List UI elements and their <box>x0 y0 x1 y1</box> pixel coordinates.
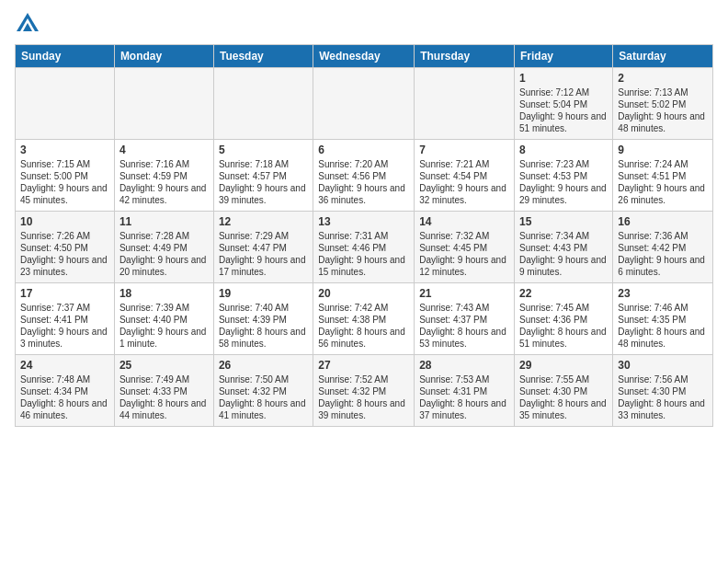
day-number: 1 <box>519 72 608 85</box>
calendar-cell: 2Sunrise: 7:13 AM Sunset: 5:02 PM Daylig… <box>613 68 713 140</box>
calendar-header-saturday: Saturday <box>613 45 713 68</box>
day-info: Sunrise: 7:43 AM Sunset: 4:37 PM Dayligh… <box>419 302 509 350</box>
day-number: 18 <box>119 287 209 300</box>
day-number: 9 <box>618 144 708 156</box>
calendar-cell: 12Sunrise: 7:29 AM Sunset: 4:47 PM Dayli… <box>213 212 313 283</box>
calendar-cell: 4Sunrise: 7:16 AM Sunset: 4:59 PM Daylig… <box>114 140 213 212</box>
day-number: 14 <box>419 215 509 228</box>
calendar-cell <box>213 68 313 140</box>
day-number: 15 <box>519 215 608 228</box>
calendar-week-row: 1Sunrise: 7:12 AM Sunset: 5:04 PM Daylig… <box>16 68 713 140</box>
calendar-week-row: 17Sunrise: 7:37 AM Sunset: 4:41 PM Dayli… <box>16 283 713 355</box>
day-number: 12 <box>219 215 308 228</box>
calendar-cell: 20Sunrise: 7:42 AM Sunset: 4:38 PM Dayli… <box>313 283 415 355</box>
day-number: 19 <box>219 287 308 300</box>
day-number: 13 <box>318 215 409 228</box>
day-number: 22 <box>519 287 608 300</box>
calendar-table: SundayMondayTuesdayWednesdayThursdayFrid… <box>15 44 713 427</box>
calendar-cell: 1Sunrise: 7:12 AM Sunset: 5:04 PM Daylig… <box>515 68 613 140</box>
calendar-header-friday: Friday <box>515 45 613 68</box>
calendar-cell: 15Sunrise: 7:34 AM Sunset: 4:43 PM Dayli… <box>515 212 613 283</box>
day-number: 20 <box>318 287 409 300</box>
day-info: Sunrise: 7:48 AM Sunset: 4:34 PM Dayligh… <box>20 373 109 421</box>
calendar-cell: 3Sunrise: 7:15 AM Sunset: 5:00 PM Daylig… <box>16 140 115 212</box>
page-container: SundayMondayTuesdayWednesdayThursdayFrid… <box>0 0 728 434</box>
day-info: Sunrise: 7:46 AM Sunset: 4:35 PM Dayligh… <box>618 302 708 350</box>
calendar-cell: 6Sunrise: 7:20 AM Sunset: 4:56 PM Daylig… <box>313 140 415 212</box>
day-info: Sunrise: 7:50 AM Sunset: 4:32 PM Dayligh… <box>219 373 308 421</box>
calendar-cell: 29Sunrise: 7:55 AM Sunset: 4:30 PM Dayli… <box>515 355 613 427</box>
day-number: 17 <box>20 287 109 300</box>
calendar-cell: 11Sunrise: 7:28 AM Sunset: 4:49 PM Dayli… <box>114 212 213 283</box>
day-info: Sunrise: 7:29 AM Sunset: 4:47 PM Dayligh… <box>219 230 308 278</box>
day-info: Sunrise: 7:26 AM Sunset: 4:50 PM Dayligh… <box>20 230 109 278</box>
day-number: 4 <box>119 144 209 156</box>
calendar-cell: 5Sunrise: 7:18 AM Sunset: 4:57 PM Daylig… <box>213 140 313 212</box>
day-info: Sunrise: 7:55 AM Sunset: 4:30 PM Dayligh… <box>519 373 608 421</box>
day-info: Sunrise: 7:49 AM Sunset: 4:33 PM Dayligh… <box>119 373 209 421</box>
day-info: Sunrise: 7:21 AM Sunset: 4:54 PM Dayligh… <box>419 158 509 206</box>
day-info: Sunrise: 7:53 AM Sunset: 4:31 PM Dayligh… <box>419 373 509 421</box>
calendar-cell <box>415 68 515 140</box>
day-info: Sunrise: 7:16 AM Sunset: 4:59 PM Dayligh… <box>119 158 209 206</box>
logo-icon <box>15 11 40 37</box>
day-info: Sunrise: 7:34 AM Sunset: 4:43 PM Dayligh… <box>519 230 608 278</box>
calendar-cell <box>313 68 415 140</box>
calendar-cell: 25Sunrise: 7:49 AM Sunset: 4:33 PM Dayli… <box>114 355 213 427</box>
day-number: 30 <box>618 359 708 372</box>
day-info: Sunrise: 7:40 AM Sunset: 4:39 PM Dayligh… <box>219 302 308 350</box>
day-number: 23 <box>618 287 708 300</box>
calendar-header-thursday: Thursday <box>415 45 515 68</box>
calendar-cell: 13Sunrise: 7:31 AM Sunset: 4:46 PM Dayli… <box>313 212 415 283</box>
calendar-header-wednesday: Wednesday <box>313 45 415 68</box>
day-number: 16 <box>618 215 708 228</box>
day-number: 26 <box>219 359 308 372</box>
calendar-cell: 21Sunrise: 7:43 AM Sunset: 4:37 PM Dayli… <box>415 283 515 355</box>
day-info: Sunrise: 7:12 AM Sunset: 5:04 PM Dayligh… <box>519 86 608 134</box>
day-number: 8 <box>519 144 608 156</box>
day-info: Sunrise: 7:31 AM Sunset: 4:46 PM Dayligh… <box>318 230 409 278</box>
calendar-cell: 24Sunrise: 7:48 AM Sunset: 4:34 PM Dayli… <box>16 355 115 427</box>
calendar-cell: 7Sunrise: 7:21 AM Sunset: 4:54 PM Daylig… <box>415 140 515 212</box>
calendar-week-row: 10Sunrise: 7:26 AM Sunset: 4:50 PM Dayli… <box>16 212 713 283</box>
day-number: 29 <box>519 359 608 372</box>
calendar-cell: 19Sunrise: 7:40 AM Sunset: 4:39 PM Dayli… <box>213 283 313 355</box>
calendar-cell: 27Sunrise: 7:52 AM Sunset: 4:32 PM Dayli… <box>313 355 415 427</box>
calendar-cell: 9Sunrise: 7:24 AM Sunset: 4:51 PM Daylig… <box>613 140 713 212</box>
day-number: 2 <box>618 72 708 85</box>
calendar-cell: 8Sunrise: 7:23 AM Sunset: 4:53 PM Daylig… <box>515 140 613 212</box>
day-info: Sunrise: 7:13 AM Sunset: 5:02 PM Dayligh… <box>618 86 708 134</box>
day-info: Sunrise: 7:56 AM Sunset: 4:30 PM Dayligh… <box>618 373 708 421</box>
calendar-cell: 14Sunrise: 7:32 AM Sunset: 4:45 PM Dayli… <box>415 212 515 283</box>
day-number: 21 <box>419 287 509 300</box>
header <box>15 11 713 37</box>
day-number: 11 <box>119 215 209 228</box>
day-info: Sunrise: 7:36 AM Sunset: 4:42 PM Dayligh… <box>618 230 708 278</box>
calendar-cell: 23Sunrise: 7:46 AM Sunset: 4:35 PM Dayli… <box>613 283 713 355</box>
day-info: Sunrise: 7:24 AM Sunset: 4:51 PM Dayligh… <box>618 158 708 206</box>
calendar-cell: 10Sunrise: 7:26 AM Sunset: 4:50 PM Dayli… <box>16 212 115 283</box>
calendar-cell: 22Sunrise: 7:45 AM Sunset: 4:36 PM Dayli… <box>515 283 613 355</box>
day-info: Sunrise: 7:39 AM Sunset: 4:40 PM Dayligh… <box>119 302 209 350</box>
calendar-header-sunday: Sunday <box>16 45 115 68</box>
calendar-header-monday: Monday <box>114 45 213 68</box>
logo <box>15 11 44 37</box>
calendar-cell: 17Sunrise: 7:37 AM Sunset: 4:41 PM Dayli… <box>16 283 115 355</box>
day-number: 28 <box>419 359 509 372</box>
day-info: Sunrise: 7:15 AM Sunset: 5:00 PM Dayligh… <box>20 158 109 206</box>
calendar-cell: 30Sunrise: 7:56 AM Sunset: 4:30 PM Dayli… <box>613 355 713 427</box>
calendar-header-tuesday: Tuesday <box>213 45 313 68</box>
day-number: 5 <box>219 144 308 156</box>
day-info: Sunrise: 7:32 AM Sunset: 4:45 PM Dayligh… <box>419 230 509 278</box>
day-number: 27 <box>318 359 409 372</box>
day-number: 24 <box>20 359 109 372</box>
day-number: 3 <box>20 144 109 156</box>
day-number: 6 <box>318 144 409 156</box>
day-info: Sunrise: 7:23 AM Sunset: 4:53 PM Dayligh… <box>519 158 608 206</box>
day-info: Sunrise: 7:18 AM Sunset: 4:57 PM Dayligh… <box>219 158 308 206</box>
day-number: 25 <box>119 359 209 372</box>
day-info: Sunrise: 7:37 AM Sunset: 4:41 PM Dayligh… <box>20 302 109 350</box>
day-info: Sunrise: 7:52 AM Sunset: 4:32 PM Dayligh… <box>318 373 409 421</box>
calendar-cell: 26Sunrise: 7:50 AM Sunset: 4:32 PM Dayli… <box>213 355 313 427</box>
calendar-cell: 16Sunrise: 7:36 AM Sunset: 4:42 PM Dayli… <box>613 212 713 283</box>
